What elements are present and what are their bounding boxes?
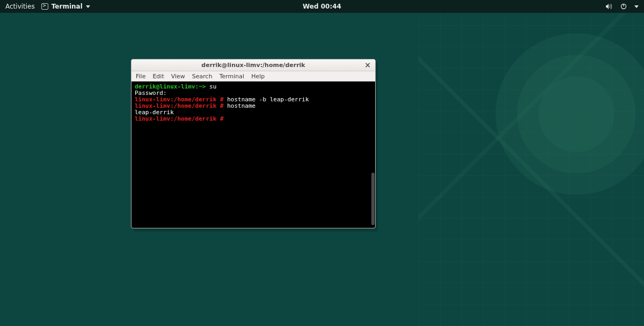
wallpaper-blueprint (419, 0, 644, 326)
menu-terminal[interactable]: Terminal (219, 73, 245, 80)
clock[interactable]: Wed 00:44 (303, 3, 341, 10)
terminal-line: derrik@linux-limv:~> su (135, 84, 372, 90)
cursor (224, 115, 228, 122)
activities-button[interactable]: Activities (5, 3, 35, 10)
power-icon[interactable] (620, 3, 627, 10)
gnome-topbar: Activities Terminal Wed 00:44 (0, 0, 644, 13)
app-menu[interactable]: Terminal (41, 3, 90, 10)
root-prompt: linux-limv:/home/derrik # (135, 115, 224, 122)
close-button[interactable]: × (363, 61, 372, 70)
system-menu-chevron-icon[interactable] (634, 5, 639, 8)
window-titlebar[interactable]: derrik@linux-limv:/home/derrik × (131, 60, 375, 71)
menu-search[interactable]: Search (192, 73, 213, 80)
terminal-line: linux-limv:/home/derrik # (135, 116, 372, 122)
terminal-scrollbar[interactable] (371, 173, 375, 225)
cmd: su (206, 83, 216, 90)
app-name: Terminal (52, 3, 83, 10)
menu-file[interactable]: File (136, 73, 145, 80)
terminal-icon (41, 3, 48, 10)
menu-view[interactable]: View (171, 73, 185, 80)
window-title: derrik@linux-limv:/home/derrik (201, 62, 305, 69)
cmd: hostname (224, 102, 256, 109)
chevron-down-icon (86, 5, 90, 8)
terminal-viewport[interactable]: derrik@linux-limv:~> su Password: linux-… (131, 82, 375, 228)
menu-edit[interactable]: Edit (152, 73, 164, 80)
volume-icon[interactable] (605, 3, 613, 10)
menu-help[interactable]: Help (251, 73, 265, 80)
terminal-window: derrik@linux-limv:/home/derrik × File Ed… (131, 59, 376, 228)
window-menubar: File Edit View Search Terminal Help (131, 71, 375, 82)
